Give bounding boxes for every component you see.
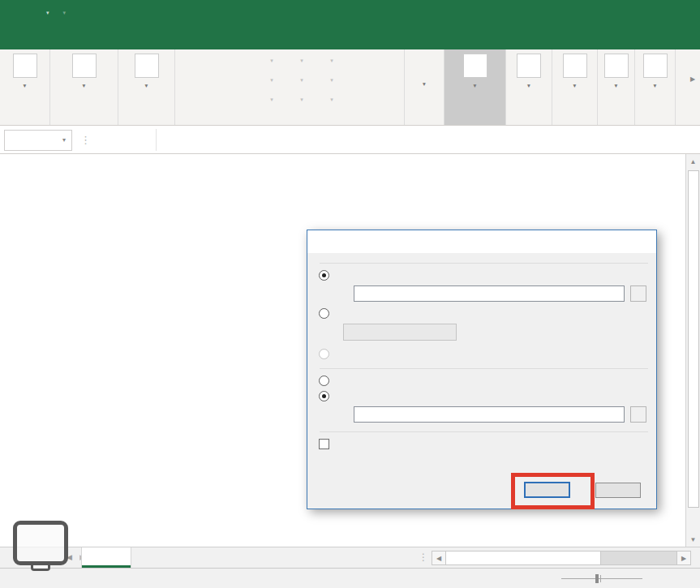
- radio-external-source[interactable]: [319, 308, 329, 319]
- sparklines-icon: [463, 54, 487, 78]
- zoom-slider-notch: [600, 575, 601, 582]
- radar-chart-icon: ▾: [316, 90, 346, 109]
- window-title: [0, 0, 700, 26]
- radio-external-row: [319, 308, 648, 319]
- sheet-tab-list1[interactable]: [81, 547, 131, 568]
- minimize-button[interactable]: [597, 0, 615, 26]
- vertical-scroll-thumb[interactable]: [688, 170, 699, 508]
- name-box[interactable]: ▾: [4, 130, 72, 151]
- ribbon-tab-bar: [0, 26, 700, 49]
- checkbox-add-data-model[interactable]: [319, 439, 329, 449]
- ok-button[interactable]: [524, 482, 570, 498]
- illustrations-icon: [72, 54, 97, 78]
- radio-data-model: [319, 349, 329, 359]
- ribbon-group-addins: ▾: [118, 49, 175, 125]
- chevron-down-icon[interactable]: ▾: [62, 136, 66, 144]
- dialog-title-bar: [307, 230, 656, 253]
- range-picker-button[interactable]: [630, 285, 646, 302]
- chevron-down-icon: ▾: [654, 82, 657, 89]
- chevron-down-icon: ▾: [527, 82, 530, 89]
- recommended-charts-icon: [204, 54, 228, 76]
- ribbon-group-filters: ▾: [506, 49, 552, 125]
- ribbon-group-text: ▾: [598, 49, 635, 125]
- oshelper-monitor-stand: [31, 565, 50, 571]
- radio-existing-sheet-row: [319, 391, 648, 401]
- chevron-down-icon: ▾: [573, 82, 577, 89]
- ribbon-group-tours: ▾: [405, 49, 444, 125]
- dialog-help-button[interactable]: [595, 230, 625, 253]
- radio-new-sheet[interactable]: [319, 376, 329, 386]
- filters-icon: [517, 54, 541, 78]
- text-icon: [604, 54, 629, 78]
- radio-select-table[interactable]: [319, 270, 329, 281]
- zoom-slider[interactable]: [561, 578, 642, 579]
- scroll-left-icon[interactable]: ◀: [432, 552, 446, 564]
- table-icon: [13, 54, 37, 78]
- destination-range-input[interactable]: [354, 406, 625, 423]
- status-bar: [0, 568, 700, 588]
- formula-input[interactable]: [156, 129, 698, 151]
- grip-dots-icon[interactable]: ⋮: [80, 134, 91, 146]
- ribbon-group-sparklines: ▾: [444, 49, 506, 125]
- horizontal-scroll-thumb[interactable]: [446, 552, 601, 564]
- sheet-tab-bar: ◀ ▶ ⋮ ◀ ▶: [0, 547, 700, 568]
- bar-chart-icon: ▾: [286, 71, 316, 90]
- add-to-data-model-row: [319, 439, 648, 449]
- radio-select-table-row: [319, 270, 648, 281]
- combo-chart-icon: ▾: [316, 71, 346, 90]
- sparklines-button[interactable]: ▾: [463, 49, 487, 111]
- grip-dots-icon[interactable]: ⋮: [419, 552, 428, 563]
- chevron-down-icon: ▾: [423, 80, 426, 88]
- scatter-chart-icon: ▾: [286, 90, 316, 109]
- range-picker-button[interactable]: [630, 406, 646, 423]
- text-button[interactable]: ▾: [604, 49, 629, 111]
- title-bar: ▾ ▾: [0, 0, 700, 26]
- table-range-row: [348, 285, 646, 302]
- horizontal-scrollbar[interactable]: ◀ ▶: [432, 551, 691, 565]
- zoom-slider-thumb[interactable]: [595, 574, 599, 583]
- ribbon-group-links: ▾: [552, 49, 598, 125]
- ribbon-scroll-right-icon[interactable]: ▶: [688, 73, 698, 84]
- table-range-input[interactable]: [354, 285, 625, 302]
- cancel-button[interactable]: [595, 483, 641, 498]
- illustrations-button[interactable]: ▾: [72, 49, 97, 111]
- create-pivottable-dialog: [307, 230, 657, 509]
- ribbon: ▾ ▾ ▾ ▾ ▾ ▾ ▾ ▾ ▾: [0, 49, 700, 126]
- line-chart-icon: ▾: [256, 71, 286, 90]
- collapse-ribbon-icon[interactable]: [685, 114, 696, 123]
- dialog-body: [307, 253, 656, 449]
- scroll-up-icon[interactable]: ▲: [686, 154, 700, 169]
- addins-icon: [135, 54, 159, 78]
- ribbon-display-options-icon[interactable]: [555, 0, 574, 26]
- symbols-icon: [643, 54, 668, 78]
- oshelper-monitor-logo: [13, 521, 68, 565]
- vertical-scrollbar[interactable]: ▲ ▼: [685, 154, 700, 547]
- 3d-map-icon: [412, 54, 436, 76]
- tables-button[interactable]: ▾: [13, 49, 37, 111]
- radio-new-sheet-row: [319, 376, 648, 386]
- resize-cursor-icon: [576, 0, 594, 26]
- dialog-close-button[interactable]: [625, 230, 656, 253]
- map3d-button: ▾: [406, 49, 443, 111]
- pivot-chart-button: [346, 49, 404, 111]
- filters-button[interactable]: ▾: [517, 49, 541, 111]
- links-button[interactable]: ▾: [563, 49, 587, 111]
- ribbon-group-illustrations: ▾: [50, 49, 118, 125]
- chevron-down-icon: ▾: [24, 82, 27, 89]
- maximize-button[interactable]: [654, 0, 672, 26]
- addins-button[interactable]: ▾: [135, 49, 159, 111]
- links-icon: [563, 54, 587, 78]
- radio-existing-sheet[interactable]: [319, 391, 329, 401]
- column-chart-icon: ▾: [256, 51, 286, 71]
- chevron-down-icon: ▾: [615, 82, 618, 89]
- radio-data-model-row: [319, 349, 648, 359]
- close-button[interactable]: [673, 0, 693, 26]
- chevron-down-icon: ▾: [474, 82, 477, 89]
- recommended-charts-button: [175, 49, 256, 111]
- choose-connection-button: [343, 324, 457, 341]
- chevron-down-icon: ▾: [83, 82, 86, 89]
- scroll-right-icon[interactable]: ▶: [676, 552, 690, 564]
- symbols-button[interactable]: ▾: [643, 49, 668, 111]
- scroll-down-icon[interactable]: ▼: [686, 532, 700, 547]
- chevron-down-icon: ▾: [145, 82, 148, 89]
